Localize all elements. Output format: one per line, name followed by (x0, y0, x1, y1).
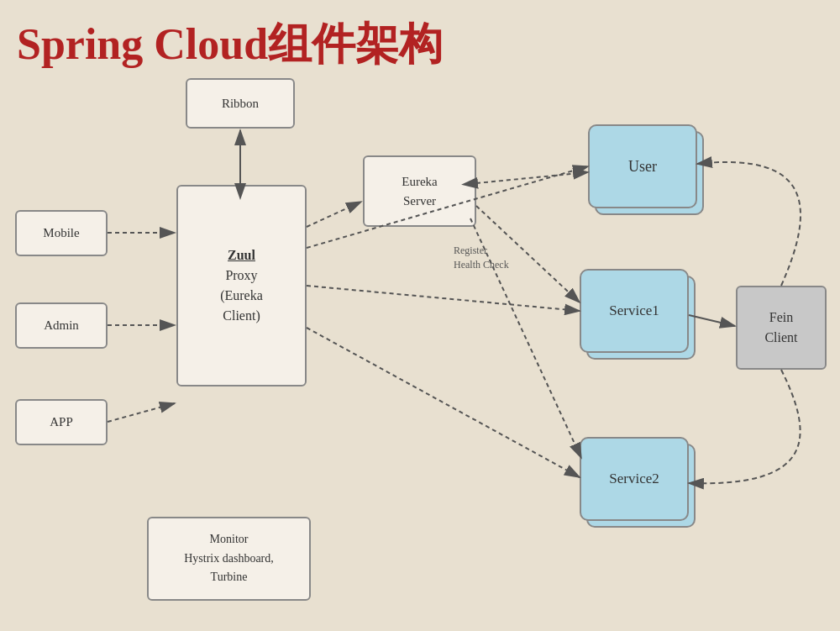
eureka-user-arrow (476, 172, 588, 183)
fein-user-arrow (697, 162, 801, 286)
zuul-service1-arrow (307, 286, 580, 311)
zuul-box: Zuul Proxy (Eureka Client) (176, 185, 307, 386)
arrows-diagram (0, 0, 840, 631)
fein-service2-arrow (689, 370, 801, 483)
ribbon-box: Ribbon (186, 78, 295, 129)
admin-box: Admin (15, 302, 108, 349)
app-to-zuul-arrow (108, 403, 175, 422)
monitor-box: Monitor Hystrix dashboard, Turbine (147, 517, 311, 601)
register-health-label: RegisterHealth Check (454, 244, 509, 272)
fein-client-box: Fein Client (736, 286, 827, 370)
app-box: APP (15, 399, 108, 445)
eureka-box: Eureka Server (363, 155, 476, 227)
service1-fein-arrow (689, 315, 735, 326)
mobile-box: Mobile (15, 210, 108, 256)
zuul-service2-arrow (307, 328, 580, 477)
page-title: Spring Cloud组件架构 (17, 15, 443, 74)
zuul-to-eureka-arrow (307, 202, 361, 227)
